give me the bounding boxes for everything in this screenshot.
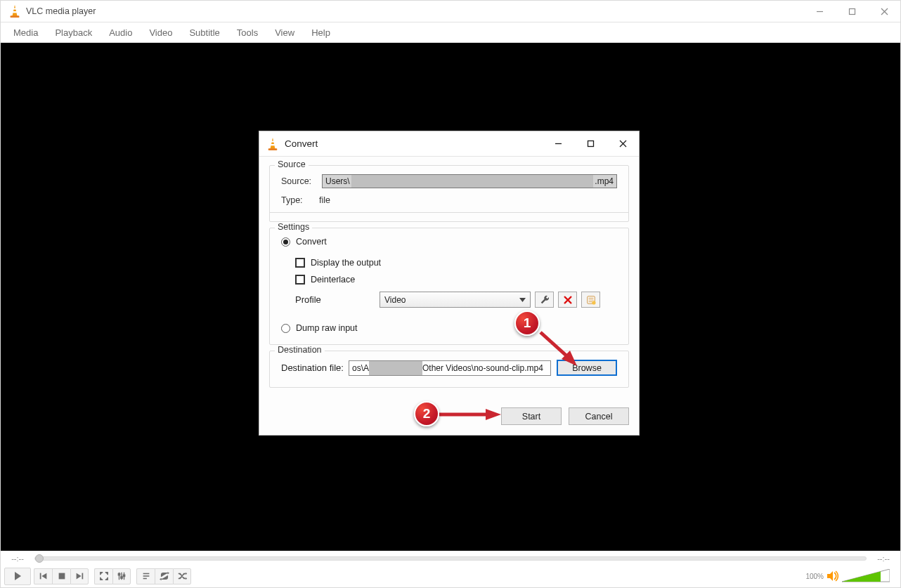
settings-legend: Settings [275, 222, 312, 232]
type-value: file [319, 195, 330, 205]
loop-button[interactable] [155, 568, 173, 584]
vlc-cone-icon [8, 4, 22, 18]
main-titlebar: VLC media player [1, 1, 900, 22]
skip-forward-button[interactable] [70, 568, 89, 584]
svg-rect-2 [13, 11, 17, 13]
svg-line-22 [540, 332, 569, 358]
display-output-checkbox[interactable]: Display the output [295, 258, 617, 268]
edit-profile-button[interactable] [535, 292, 554, 308]
play-button[interactable] [4, 568, 31, 585]
new-profile-icon [586, 295, 596, 305]
maximize-button[interactable] [836, 1, 868, 22]
svg-marker-28 [41, 573, 46, 580]
close-button[interactable] [868, 1, 900, 22]
main-window-title: VLC media player [26, 6, 803, 16]
svg-marker-30 [77, 573, 82, 580]
wrench-icon [540, 295, 550, 305]
start-button[interactable]: Start [501, 407, 562, 425]
shuffle-button[interactable] [173, 568, 191, 584]
svg-marker-26 [15, 572, 21, 580]
dialog-close-button[interactable] [607, 131, 639, 156]
source-path-prefix: Users\ [325, 176, 351, 186]
dialog-minimize-button[interactable] [542, 131, 574, 156]
delete-profile-button[interactable] [558, 292, 577, 308]
destination-legend: Destination [275, 345, 325, 355]
svg-marker-41 [167, 572, 169, 575]
loop-icon [160, 571, 169, 581]
source-separator [270, 212, 628, 213]
menu-audio[interactable]: Audio [101, 25, 141, 41]
annotation-badge-2: 2 [414, 401, 439, 426]
svg-rect-37 [123, 575, 124, 576]
skip-back-button[interactable] [34, 568, 52, 584]
svg-marker-42 [160, 578, 162, 581]
svg-rect-27 [39, 573, 41, 580]
svg-marker-16 [519, 298, 526, 302]
annotation-arrow-1 [535, 324, 584, 373]
source-path-redacted [351, 175, 594, 188]
profile-label: Profile [295, 294, 380, 305]
transport-group [34, 568, 89, 584]
convert-titlebar: Convert [259, 131, 639, 157]
menu-tools[interactable]: Tools [228, 25, 266, 41]
svg-rect-13 [588, 141, 593, 147]
source-path-field: Users\ .mp4 [322, 174, 617, 188]
seek-row: --:-- --:-- [1, 551, 900, 566]
annotation-badge-1: 1 [514, 311, 540, 336]
deinterlace-checkbox[interactable]: Deinterlace [295, 275, 617, 285]
speaker-icon[interactable] [827, 570, 839, 582]
convert-radio-label: Convert [296, 237, 327, 247]
playlist-button[interactable] [136, 568, 155, 584]
source-label: Source: [281, 176, 319, 186]
dialog-maximize-button[interactable] [574, 131, 607, 156]
menu-media[interactable]: Media [5, 25, 46, 41]
playback-controls: 100% [1, 566, 900, 587]
seek-thumb[interactable] [35, 554, 44, 563]
source-fieldset: Source Source: Users\ .mp4 Type: file [269, 165, 629, 222]
profile-select-value: Video [384, 295, 406, 305]
profile-select[interactable]: Video [380, 292, 531, 308]
volume-slider[interactable] [842, 569, 890, 583]
svg-rect-31 [82, 573, 84, 580]
source-path-suffix: .mp4 [593, 176, 614, 186]
annotation-arrow-2 [436, 407, 504, 422]
destination-prefix: os\A [352, 363, 369, 373]
radio-icon [281, 237, 290, 247]
dump-raw-label: Dump raw input [296, 323, 358, 333]
stop-button[interactable] [52, 568, 70, 584]
stop-icon [57, 571, 67, 581]
main-menubar: Media Playback Audio Video Subtitle Tool… [1, 22, 900, 43]
checkbox-icon [295, 275, 305, 285]
radio-icon [281, 324, 290, 333]
menu-view[interactable]: View [266, 25, 303, 41]
svg-rect-1 [13, 8, 16, 9]
volume-label: 100% [805, 573, 824, 580]
new-profile-button[interactable] [581, 292, 600, 308]
shuffle-icon [177, 571, 187, 581]
source-legend: Source [275, 159, 309, 169]
fullscreen-button[interactable] [94, 568, 112, 584]
svg-marker-44 [186, 577, 187, 580]
svg-marker-8 [270, 138, 275, 149]
equalizer-icon [117, 571, 127, 581]
svg-marker-43 [186, 573, 187, 575]
convert-radio[interactable]: Convert [281, 237, 617, 247]
minimize-button[interactable] [803, 1, 836, 22]
extended-settings-button[interactable] [112, 568, 131, 584]
time-remaining: --:-- [872, 554, 895, 563]
svg-marker-25 [486, 409, 501, 420]
menu-help[interactable]: Help [303, 25, 339, 41]
view-group [94, 568, 131, 584]
menu-video[interactable]: Video [141, 25, 181, 41]
destination-file-input[interactable]: os\A Other Videos\no-sound-clip.mp4 [349, 360, 551, 376]
menu-subtitle[interactable]: Subtitle [181, 25, 228, 41]
svg-marker-45 [827, 571, 833, 581]
menu-playback[interactable]: Playback [46, 25, 101, 41]
svg-rect-35 [118, 574, 119, 575]
convert-window-buttons [542, 131, 639, 156]
svg-rect-10 [271, 144, 275, 145]
playlist-icon [141, 571, 151, 581]
skip-forward-icon [74, 571, 84, 581]
cancel-button[interactable]: Cancel [569, 407, 629, 425]
seek-slider[interactable] [34, 556, 867, 561]
